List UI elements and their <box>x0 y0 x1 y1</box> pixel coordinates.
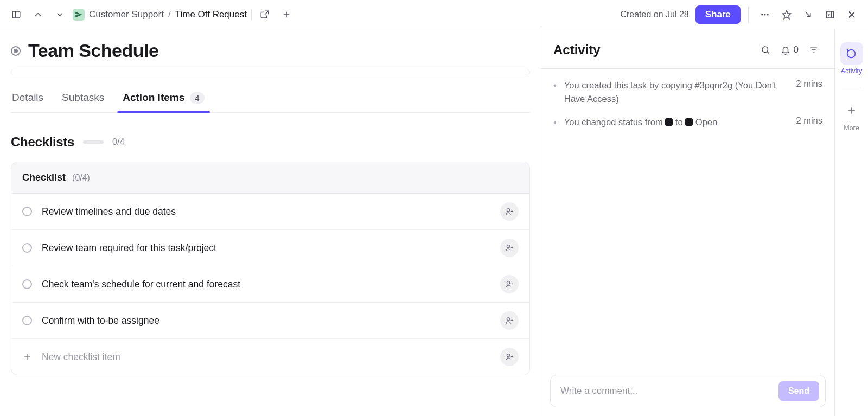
checklist-item[interactable]: Review timelines and due dates <box>11 194 529 230</box>
add-button[interactable] <box>278 6 295 23</box>
prev-task-button[interactable] <box>29 6 47 23</box>
svg-line-8 <box>806 11 810 16</box>
notifications-count: 0 <box>794 44 799 55</box>
bullet-icon: • <box>553 117 557 129</box>
svg-point-30 <box>762 47 768 53</box>
rail-divider <box>842 87 861 87</box>
checklist-name: Checklist <box>22 172 66 183</box>
notifications-button[interactable]: 0 <box>781 44 799 55</box>
tab-subtasks[interactable]: Subtasks <box>61 85 105 112</box>
activity-title: Activity <box>553 42 750 57</box>
more-menu-button[interactable] <box>756 6 774 23</box>
breadcrumb-current[interactable]: Time Off Request <box>175 9 247 20</box>
ellipsis-icon <box>760 10 770 20</box>
activity-timestamp: 2 mins <box>796 116 822 129</box>
share-button[interactable]: Share <box>695 5 741 24</box>
checklist-count: (0/4) <box>72 173 90 183</box>
activity-entry: • You changed status from to Open 2 mins <box>553 116 822 129</box>
main-pane: Team Schedule Details Subtasks Action It… <box>0 29 541 416</box>
tab-action-label: Action Items <box>123 92 184 104</box>
svg-point-19 <box>507 281 509 284</box>
external-link-icon <box>260 10 270 20</box>
breadcrumb: Customer Support / Time Off Request <box>73 9 247 21</box>
svg-point-4 <box>761 14 763 15</box>
search-icon <box>761 45 770 55</box>
rail-activity-label: Activity <box>841 67 863 75</box>
body-wrap: Team Schedule Details Subtasks Action It… <box>0 29 868 416</box>
checklist-card: Checklist (0/4) Review timelines and due… <box>11 162 530 375</box>
checkbox[interactable] <box>22 243 32 253</box>
checklists-progress-bar <box>83 140 104 144</box>
bullet-icon: • <box>553 80 557 106</box>
tab-action-items[interactable]: Action Items 4 <box>122 85 205 112</box>
checklist-item-text: Review team required for this task/proje… <box>42 242 490 254</box>
assign-button[interactable] <box>500 275 519 293</box>
checkbox[interactable] <box>22 207 32 216</box>
svg-point-16 <box>507 245 509 248</box>
status-indicator[interactable] <box>11 46 21 56</box>
comment-box: Send <box>550 375 826 407</box>
svg-point-6 <box>767 14 769 15</box>
comment-input[interactable] <box>560 386 773 396</box>
filter-activity-button[interactable] <box>805 41 822 59</box>
person-add-icon <box>505 244 514 252</box>
action-items-count-badge: 4 <box>190 92 204 104</box>
sidebar-toggle-button[interactable] <box>821 6 839 23</box>
breadcrumb-space[interactable]: Customer Support <box>89 9 164 20</box>
arrow-down-right-icon <box>803 10 813 20</box>
collapse-button[interactable] <box>800 6 817 23</box>
favorite-button[interactable] <box>778 6 795 23</box>
task-title-row: Team Schedule <box>11 40 530 61</box>
activity-pane: Activity 0 • You created this task by co… <box>541 29 834 416</box>
activity-header: Activity 0 <box>541 29 834 69</box>
new-checklist-item-row[interactable]: New checklist item <box>11 339 529 375</box>
svg-rect-0 <box>12 11 20 18</box>
assign-button[interactable] <box>500 202 519 221</box>
tab-details[interactable]: Details <box>11 85 44 112</box>
topbar-left-group: Customer Support / Time Off Request <box>8 6 295 23</box>
chevron-up-icon <box>33 10 43 20</box>
rail-activity-button[interactable]: Activity <box>838 39 865 78</box>
search-activity-button[interactable] <box>757 41 774 59</box>
next-task-button[interactable] <box>51 6 68 23</box>
collapsed-field-area[interactable] <box>11 69 530 75</box>
comment-box-wrap: Send <box>541 366 834 416</box>
bell-icon <box>781 45 790 55</box>
panel-icon <box>11 10 21 20</box>
person-add-icon <box>505 280 514 289</box>
checkbox[interactable] <box>22 316 32 325</box>
assign-button[interactable] <box>500 239 519 257</box>
sidebar-icon <box>825 10 835 20</box>
plus-icon <box>282 10 291 20</box>
breadcrumb-separator: / <box>168 9 171 20</box>
checklist-item[interactable]: Review team required for this task/proje… <box>11 230 529 266</box>
divider <box>748 7 749 23</box>
created-date-text: Created on Jul 28 <box>620 10 688 20</box>
plus-icon <box>22 352 32 362</box>
checklists-section-header: Checklists 0/4 <box>11 135 530 150</box>
checkbox[interactable] <box>22 279 32 289</box>
status-chip-to <box>685 118 693 126</box>
svg-point-13 <box>507 209 509 212</box>
space-icon <box>73 9 85 21</box>
filter-icon <box>809 45 819 55</box>
person-add-icon <box>505 207 514 216</box>
send-icon <box>75 11 82 18</box>
checklist-item[interactable]: Check team's schedule for current and fo… <box>11 266 529 303</box>
checklists-title: Checklists <box>11 135 74 150</box>
activity-text: You created this task by copying #3pqnr2… <box>564 79 786 106</box>
task-title[interactable]: Team Schedule <box>28 40 158 61</box>
panel-toggle-button[interactable] <box>8 6 25 23</box>
assign-button[interactable] <box>500 311 519 330</box>
assign-button[interactable] <box>500 348 519 366</box>
checklist-card-header[interactable]: Checklist (0/4) <box>11 162 529 194</box>
open-link-button[interactable] <box>256 6 273 23</box>
checklist-item[interactable]: Confirm with to-be assignee <box>11 303 529 339</box>
top-bar: Customer Support / Time Off Request Crea… <box>0 0 868 29</box>
rail-more-label: More <box>844 124 859 132</box>
tabs: Details Subtasks Action Items 4 <box>11 85 530 113</box>
svg-point-22 <box>507 318 509 321</box>
rail-more-button[interactable]: More <box>838 96 865 135</box>
close-button[interactable] <box>843 6 860 23</box>
send-button[interactable]: Send <box>778 381 819 401</box>
